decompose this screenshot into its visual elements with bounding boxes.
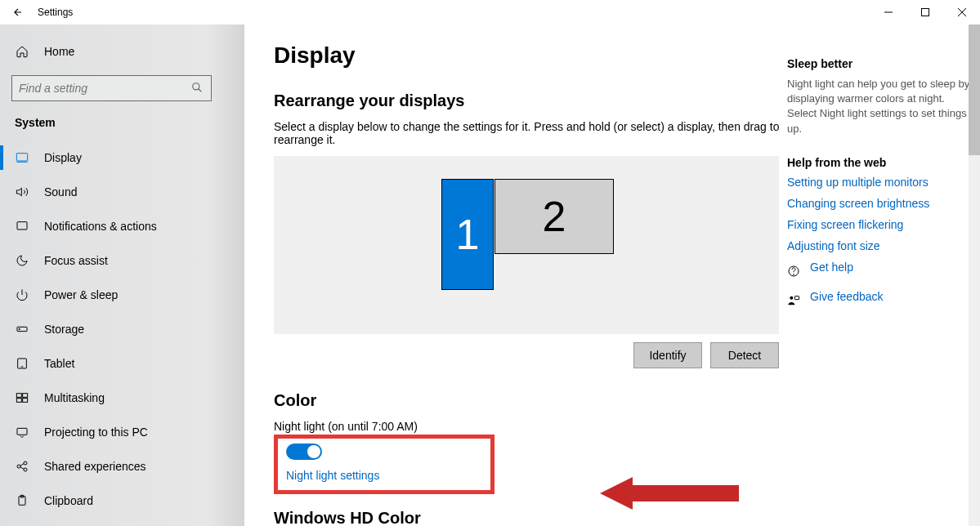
svg-point-19 [17,465,20,468]
help-from-web-title: Help from the web [787,156,975,169]
sidebar-item-label: Shared experiences [44,460,146,473]
svg-rect-18 [17,428,27,435]
color-title: Color [274,391,781,410]
rearrange-title: Rearrange your displays [274,91,781,110]
svg-line-22 [20,464,24,466]
svg-rect-16 [16,399,21,403]
close-button[interactable] [943,0,980,25]
svg-rect-6 [16,154,27,161]
sidebar-item-focus-assist[interactable]: Focus assist [0,243,244,278]
night-light-settings-link[interactable]: Night light settings [286,469,379,482]
search-input[interactable] [19,82,191,95]
search-box[interactable] [11,75,212,101]
night-light-label: Night light (on until 7:00 AM) [274,420,781,433]
sidebar: Home System Display Sound Notifications … [0,25,244,526]
maximize-button[interactable] [906,0,943,25]
scrollbar-thumb[interactable] [969,25,980,155]
tablet-icon [15,356,29,371]
page-title: Display [274,42,781,69]
rearrange-instruction: Select a display below to change the set… [274,120,781,146]
annotation-arrow-icon [600,474,739,513]
sidebar-item-sound[interactable]: Sound [0,175,244,209]
annotation-highlight: Night light settings [274,435,494,494]
sidebar-item-label: Storage [44,323,84,336]
svg-rect-30 [794,296,799,299]
display-arrangement-canvas[interactable]: 1 2 [274,156,779,334]
projecting-icon [15,425,29,439]
clipboard-icon [15,493,29,508]
monitor-2[interactable]: 2 [494,179,614,254]
scrollbar[interactable] [969,25,980,526]
sidebar-item-label: Display [44,151,82,164]
back-button[interactable] [7,1,29,24]
sidebar-item-notifications[interactable]: Notifications & actions [0,209,244,243]
svg-rect-1 [921,9,929,16]
sidebar-item-label: Power & sleep [44,288,118,301]
identify-button[interactable]: Identify [633,342,702,368]
focus-assist-icon [15,253,29,268]
sidebar-item-shared-experiences[interactable]: Shared experiences [0,449,244,484]
sidebar-item-display[interactable]: Display [0,140,244,175]
get-help-icon [787,265,800,278]
minimize-button[interactable] [870,0,906,25]
svg-rect-17 [23,399,28,403]
sidebar-item-clipboard[interactable]: Clipboard [0,484,244,518]
sidebar-item-label: Focus assist [44,254,108,267]
notifications-icon [15,219,29,234]
sound-icon [15,185,29,199]
home-icon [15,44,29,59]
power-icon [15,288,29,302]
night-light-toggle[interactable] [286,444,322,460]
sidebar-item-label: Notifications & actions [44,220,157,233]
sidebar-item-power-sleep[interactable]: Power & sleep [0,278,244,312]
help-link-multiple-monitors[interactable]: Setting up multiple monitors [787,176,975,189]
sidebar-item-label: Clipboard [44,494,93,507]
give-feedback-link[interactable]: Give feedback [810,290,884,303]
get-help-link[interactable]: Get help [810,261,853,274]
svg-point-28 [794,274,794,274]
main-panel: Display Rearrange your displays Select a… [244,25,980,526]
svg-rect-15 [23,394,28,398]
sidebar-item-label: Sound [44,185,77,198]
feedback-icon [787,294,800,307]
sidebar-item-tablet[interactable]: Tablet [0,346,244,381]
monitor-1[interactable]: 1 [441,179,494,290]
help-link-font-size[interactable]: Adjusting font size [787,239,975,252]
svg-marker-8 [16,188,21,195]
sidebar-item-multitasking[interactable]: Multitasking [0,381,244,415]
svg-point-29 [790,296,793,299]
svg-point-21 [24,468,27,471]
home-button[interactable]: Home [0,34,244,69]
home-label: Home [44,45,74,58]
sidebar-item-projecting[interactable]: Projecting to this PC [0,415,244,449]
window-title: Settings [38,7,73,18]
sidebar-item-label: Multitasking [44,391,105,404]
svg-line-5 [199,89,202,92]
search-icon [191,82,204,95]
sidebar-section-label: System [0,109,244,140]
sleep-better-text: Night light can help you get to sleep by… [787,77,975,136]
sidebar-item-storage[interactable]: Storage [0,312,244,346]
sleep-better-title: Sleep better [787,57,975,70]
svg-point-4 [193,83,199,90]
sidebar-item-label: Projecting to this PC [44,426,148,439]
svg-point-11 [19,328,20,329]
sidebar-item-label: Tablet [44,357,74,370]
storage-icon [15,322,29,337]
multitasking-icon [15,390,29,405]
svg-marker-26 [600,477,739,510]
help-link-flickering[interactable]: Fixing screen flickering [787,218,975,231]
help-panel: Sleep better Night light can help you ge… [787,42,975,526]
svg-line-23 [20,467,24,470]
svg-point-20 [24,461,27,465]
help-link-brightness[interactable]: Changing screen brightness [787,197,975,210]
svg-rect-9 [17,222,27,230]
svg-rect-14 [16,394,21,398]
title-bar: Settings [0,0,980,25]
display-icon [15,150,29,165]
detect-button[interactable]: Detect [710,342,779,368]
window-controls [870,0,980,25]
shared-icon [15,459,29,474]
